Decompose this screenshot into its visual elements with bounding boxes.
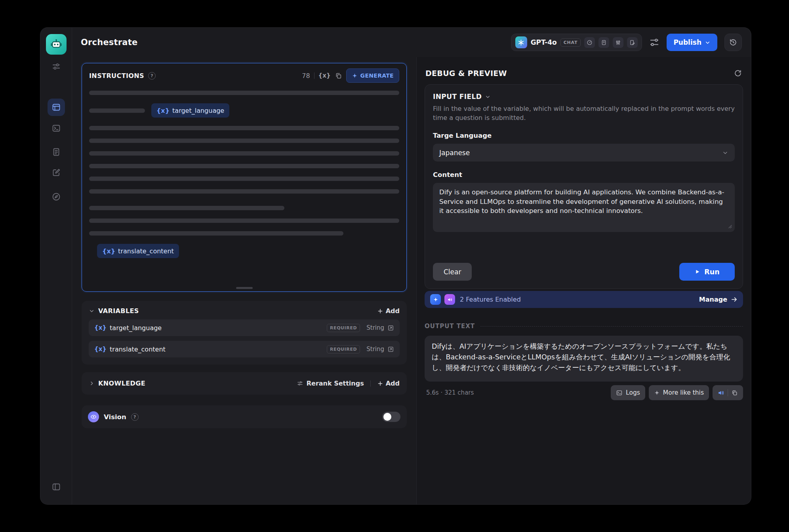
levels-icon [613,37,623,48]
rerank-label: Rerank Settings [307,380,364,387]
sidebar-item-logs[interactable] [51,147,61,157]
features-bar: 2 Features Enabled Manage [425,291,743,308]
vision-section: Vision ? [82,405,407,428]
sidebar-item-annotation[interactable] [51,168,61,177]
collapse-sidebar-icon[interactable] [51,482,61,492]
rerank-icon [297,380,303,387]
variable-name: translate_content [110,346,166,353]
generate-label: GENERATE [360,72,394,79]
gauge-icon [584,37,595,48]
input-field-card: INPUT FIELD Fill in the value of the var… [425,84,743,289]
generate-button[interactable]: GENERATE [346,68,399,83]
help-icon[interactable]: ? [131,413,139,421]
variable-name: target_language [110,324,162,332]
edit-field-icon[interactable] [387,346,394,353]
logs-label: Logs [626,389,640,396]
publish-button[interactable]: Publish [667,34,717,51]
insert-variable-icon[interactable]: {x} [318,72,331,79]
app-window: Orchestrate GPT-4o CHAT [40,28,751,504]
language-select[interactable]: Japanese [433,144,735,162]
knowledge-section: KNOWLEDGE Rerank Settings [82,372,407,395]
tune-icon[interactable] [51,62,61,71]
features-enabled-label: 2 Features Enabled [460,296,521,303]
vision-eye-icon [88,411,99,422]
publish-label: Publish [673,38,701,46]
arrow-right-icon [731,296,738,303]
sidebar-item-terminal[interactable] [51,124,61,133]
input-field-title: INPUT FIELD [433,93,482,101]
skeleton-line [89,177,399,181]
model-name: GPT-4o [531,38,557,46]
model-mode-badge: CHAT [560,38,581,47]
variable-tag-label: translate_content [118,247,174,255]
variable-type: String [366,346,384,353]
required-badge: REQUIRED [327,345,360,353]
add-knowledge-button[interactable]: Add [377,380,400,387]
output-icon-group [713,385,743,400]
required-badge: REQUIRED [327,324,360,332]
history-button[interactable] [724,34,742,51]
model-params-icon[interactable] [649,37,659,48]
variable-tag-label: target_language [172,107,224,114]
manage-label: Manage [699,296,727,303]
add-variable-button[interactable]: Add [377,307,400,315]
app-avatar[interactable] [46,34,67,55]
language-field-label: Targe Language [433,132,735,139]
skeleton-line [89,91,399,95]
more-like-this-label: More like this [663,389,704,396]
variable-tag-target-language[interactable]: {x} target_language [151,103,229,118]
more-like-this-feature-icon [430,294,441,305]
content-textarea[interactable]: Dify is an open-source platform for buil… [433,183,735,232]
text-to-speech-feature-icon [444,294,455,305]
document-icon [598,37,609,48]
variable-icon: {x} [94,324,107,331]
variable-tag-translate-content[interactable]: {x} translate_content [97,244,179,258]
more-like-this-button[interactable]: More like this [649,385,709,400]
history-icon [729,38,738,47]
help-icon[interactable]: ? [148,72,156,80]
sidebar-item-monitoring[interactable] [51,192,61,201]
clear-button[interactable]: Clear [433,263,472,281]
openai-logo-icon [515,36,527,48]
chevron-down-icon[interactable] [89,308,95,314]
notes-icon [627,37,638,48]
copy-icon[interactable] [335,72,342,80]
restart-icon[interactable] [734,69,742,78]
dashed-divider [480,326,743,327]
variable-icon: {x} [102,247,115,255]
resize-handle[interactable] [236,287,253,289]
skeleton-line [89,126,399,130]
variable-icon: {x} [156,107,170,114]
skeleton-line [89,218,399,223]
instructions-title: INSTRUCTIONS [89,72,144,80]
instructions-editor[interactable]: INSTRUCTIONS ? 78 {x} [82,63,407,292]
plus-icon [377,380,383,387]
rerank-settings-button[interactable]: Rerank Settings [297,380,364,387]
debug-title: DEBUG & PREVIEW [425,69,507,78]
variable-type: String [366,324,384,331]
vision-toggle[interactable] [382,412,400,422]
run-button[interactable]: Run [679,263,735,281]
output-message: Difyは、AIアプリケーションを構築するためのオープンソースプラットフォームで… [425,336,743,382]
output-text-title: OUTPUT TEXT [425,323,475,330]
variables-title: VARIABLES [98,307,139,315]
skeleton-line [89,189,399,194]
knowledge-title: KNOWLEDGE [98,380,145,387]
skeleton-line [89,139,399,143]
manage-features-button[interactable]: Manage [699,296,738,303]
variables-section: VARIABLES Add {x} target_language REQUIR… [82,301,407,365]
sparkle-icon [352,73,358,79]
input-field-header[interactable]: INPUT FIELD [433,93,735,101]
variable-row[interactable]: {x} target_language REQUIRED String [89,319,400,336]
edit-field-icon[interactable] [387,325,394,331]
variable-row[interactable]: {x} translate_content REQUIRED String [89,341,400,357]
copy-output-icon[interactable] [728,387,741,399]
sidebar-item-orchestrate[interactable] [48,99,65,116]
chevron-down-icon [722,150,728,156]
vision-title: Vision [104,413,126,421]
model-selector[interactable]: GPT-4o CHAT [511,34,642,51]
page-title: Orchestrate [81,38,137,47]
speaker-icon[interactable] [715,387,728,399]
chevron-right-icon[interactable] [89,380,95,386]
logs-button[interactable]: Logs [611,385,645,400]
